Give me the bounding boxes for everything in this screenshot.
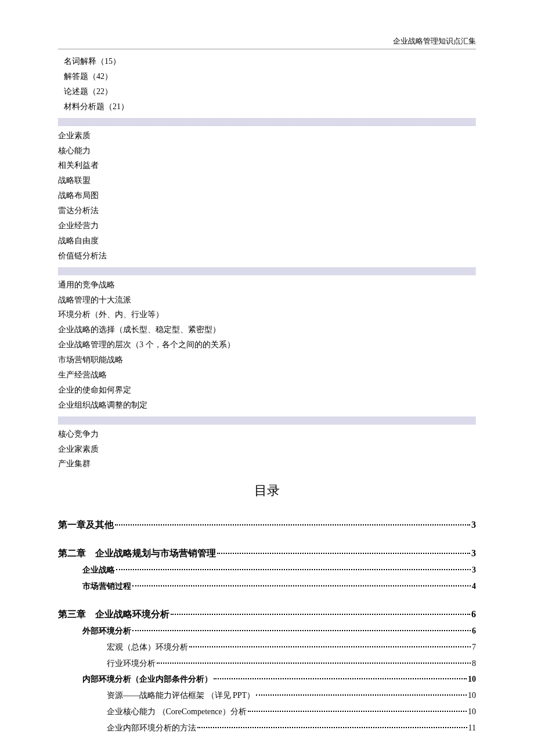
toc-page: 10 — [468, 705, 476, 719]
toc-leader — [157, 663, 471, 664]
question-type-item: 解答题（42） — [64, 69, 476, 84]
toc-label: 企业战略 — [82, 563, 115, 577]
topic-list: 通用的竞争战略 战略管理的十大流派 环境分析（外、内、行业等） 企业战略的选择（… — [58, 278, 476, 413]
toc-label: 资源——战略能力评估框架 （详见 PPT） — [107, 689, 255, 703]
term-item: 企业素质 — [58, 128, 476, 143]
toc-leader — [116, 569, 471, 570]
toc-label: 宏观（总体）环境分析 — [107, 640, 188, 654]
doc-header-title: 企业战略管理知识点汇集 — [58, 35, 476, 49]
toc-label: 行业环境分析 — [107, 657, 156, 671]
toc-page: 10 — [468, 689, 476, 703]
toc-leader — [214, 678, 467, 679]
question-type-item: 名词解释（15） — [64, 54, 476, 69]
term-item: 战略自由度 — [58, 233, 476, 249]
essay-item: 企业家素质 — [58, 442, 476, 457]
topic-item: 市场营销职能战略 — [58, 352, 476, 368]
topic-item: 企业的使命如何界定 — [58, 383, 476, 398]
toc-leader — [256, 694, 467, 696]
toc-label: 第三章 企业战略环境分析 — [58, 606, 169, 622]
toc-entry: 市场营销过程 4 — [58, 579, 476, 593]
topic-item: 生产经营战略 — [58, 368, 476, 383]
essay-item: 核心竞争力 — [58, 427, 476, 442]
toc-entry: 资源——战略能力评估框架 （详见 PPT） 10 — [58, 689, 476, 703]
toc-entry: 内部环境分析（企业内部条件分析） 10 — [58, 672, 476, 686]
toc-entry: 第二章 企业战略规划与市场营销管理 3 — [58, 545, 476, 561]
toc-label: 第一章及其他 — [58, 517, 114, 532]
toc-leader — [132, 585, 471, 586]
term-list: 企业素质 核心能力 相关利益者 战略联盟 战略布局图 雷达分析法 企业经营力 战… — [58, 128, 476, 264]
toc-label: 企业核心能力 （CoreCompetence）分析 — [107, 705, 247, 719]
toc-page: 6 — [472, 624, 476, 638]
toc-label: 企业内部环境分析的方法 — [107, 721, 196, 735]
toc-page: 3 — [471, 545, 476, 561]
question-type-item: 论述题（22） — [64, 84, 476, 99]
toc-page: 6 — [471, 606, 476, 622]
term-item: 相关利益者 — [58, 158, 476, 173]
topic-item: 通用的竞争战略 — [58, 278, 476, 293]
term-item: 价值链分析法 — [58, 249, 476, 264]
toc-page: 7 — [472, 640, 476, 654]
topic-item: 环境分析（外、内、行业等） — [58, 307, 476, 322]
toc: 第一章及其他 3 第二章 企业战略规划与市场营销管理 3 企业战略 3 市场营销… — [58, 517, 476, 735]
toc-entry: 企业战略 3 — [58, 563, 476, 577]
term-item: 雷达分析法 — [58, 203, 476, 218]
term-item: 核心能力 — [58, 143, 476, 159]
toc-leader — [248, 711, 467, 712]
toc-page: 4 — [472, 579, 476, 593]
toc-entry: 宏观（总体）环境分析 7 — [58, 640, 476, 654]
toc-leader — [217, 553, 470, 554]
question-types-block: 名词解释（15） 解答题（42） 论述题（22） 材料分析题（21） — [58, 54, 476, 114]
toc-entry: 企业核心能力 （CoreCompetence）分析 10 — [58, 705, 476, 719]
question-type-item: 材料分析题（21） — [64, 99, 476, 114]
toc-leader — [132, 630, 471, 631]
toc-entry: 第三章 企业战略环境分析 6 — [58, 606, 476, 622]
essay-list: 核心竞争力 企业家素质 产业集群 — [58, 427, 476, 472]
section-divider — [58, 267, 476, 275]
toc-page: 10 — [468, 672, 476, 686]
section-divider — [58, 416, 476, 424]
toc-title: 目录 — [58, 480, 476, 501]
toc-label: 市场营销过程 — [82, 579, 131, 593]
toc-leader — [171, 614, 470, 615]
toc-label: 外部环境分析 — [82, 624, 131, 638]
toc-page: 3 — [472, 563, 476, 577]
term-item: 战略布局图 — [58, 188, 476, 203]
toc-leader — [189, 646, 471, 647]
toc-label: 第二章 企业战略规划与市场营销管理 — [58, 545, 216, 561]
topic-item: 企业战略管理的层次（3 个，各个之间的的关系） — [58, 337, 476, 352]
toc-entry: 行业环境分析 8 — [58, 657, 476, 671]
toc-leader — [197, 727, 467, 728]
topic-item: 企业战略的选择（成长型、稳定型、紧密型） — [58, 322, 476, 337]
toc-entry: 第一章及其他 3 — [58, 517, 476, 532]
toc-page: 11 — [468, 721, 476, 735]
term-item: 战略联盟 — [58, 173, 476, 188]
topic-item: 战略管理的十大流派 — [58, 293, 476, 308]
toc-entry: 企业内部环境分析的方法 11 — [58, 721, 476, 735]
toc-leader — [115, 524, 470, 525]
term-item: 企业经营力 — [58, 218, 476, 233]
toc-page: 8 — [472, 657, 476, 671]
section-divider — [58, 118, 476, 126]
toc-label: 内部环境分析（企业内部条件分析） — [82, 672, 212, 686]
toc-entry: 外部环境分析 6 — [58, 624, 476, 638]
topic-item: 企业组织战略调整的制定 — [58, 398, 476, 413]
essay-item: 产业集群 — [58, 456, 476, 471]
toc-page: 3 — [471, 517, 476, 532]
